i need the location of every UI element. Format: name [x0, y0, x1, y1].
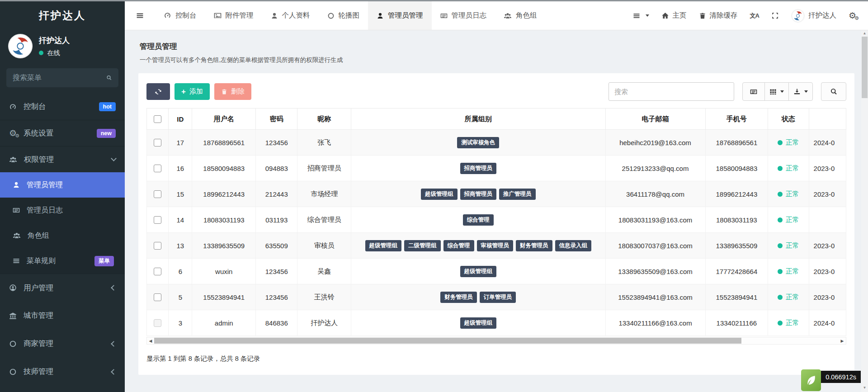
users-icon [504, 12, 512, 19]
row-checkbox[interactable] [154, 139, 161, 146]
sidebar-item-system-settings[interactable]: ⚙⚙ 系统设置 new [0, 120, 125, 146]
sidebar-item-city-management[interactable]: 城市管理 [0, 302, 125, 330]
scroll-right-arrow[interactable]: ▶ [839, 339, 846, 343]
sidebar-item-merchant-management[interactable]: 商家管理 [0, 330, 125, 358]
column-header-status[interactable]: 状态 [768, 109, 809, 130]
sidebar-item-technician-management[interactable]: 技师管理 [0, 358, 125, 386]
table-search-input[interactable] [609, 82, 734, 101]
refresh-button[interactable] [146, 83, 170, 100]
row-select-cell[interactable] [147, 156, 169, 181]
row-select-cell[interactable] [147, 233, 169, 259]
fullscreen-button[interactable] [771, 12, 779, 19]
vertical-scrollbar-thumb[interactable] [862, 37, 868, 98]
row-checkbox[interactable] [154, 268, 161, 275]
column-header-phone[interactable]: 手机号 [705, 109, 768, 130]
cell-username: 18580094883 [192, 156, 256, 181]
table-row: 1618580094883094883招商管理员招商管理员2512913233@… [147, 156, 846, 181]
tab-admin-log[interactable]: 管理员日志 [432, 1, 495, 30]
row-checkbox[interactable] [154, 216, 161, 224]
vertical-scrollbar[interactable]: ▲ ▼ [861, 30, 868, 392]
table-row: 3admin846836扞护达人超级管理组13340211166@163.com… [147, 310, 846, 336]
tab-role-groups[interactable]: 角色组 [495, 1, 546, 30]
cell-password: 031193 [256, 207, 297, 233]
menu-badge: 菜单 [94, 256, 114, 266]
row-checkbox[interactable] [154, 165, 161, 172]
delete-button[interactable]: 删除 [214, 83, 251, 100]
clear-cache-button[interactable]: 清除缓存 [699, 11, 738, 20]
sidebar-item-permissions[interactable]: 权限管理 [0, 146, 125, 172]
row-checkbox[interactable] [154, 293, 161, 301]
add-button[interactable]: + 添加 [175, 83, 210, 100]
cell-email: 13340211166@163.com [605, 310, 705, 336]
column-header-clipped[interactable] [809, 109, 846, 130]
sidebar-search-input[interactable] [13, 74, 106, 82]
cell-status: 正常 [768, 181, 809, 207]
table-row: 1718768896561123456张飞测试审核角色hebeihc2019@1… [147, 130, 846, 156]
status-dot [778, 217, 783, 222]
tab-label: 管理员日志 [452, 11, 487, 20]
sidebar-item-role-groups[interactable]: 角色组 [0, 223, 125, 248]
sidebar-item-menu-rules[interactable]: 菜单规则 菜单 [0, 248, 125, 274]
scroll-up-arrow[interactable]: ▲ [861, 30, 868, 36]
online-status-label: 在线 [47, 49, 60, 57]
scroll-left-arrow[interactable]: ◀ [147, 339, 154, 343]
row-select-cell[interactable] [147, 207, 169, 233]
status-label: 正常 [786, 267, 799, 276]
row-select-cell[interactable] [147, 284, 169, 310]
sidebar-item-admin-log[interactable]: 管理员日志 [0, 198, 125, 223]
tab-attachments[interactable]: 附件管理 [205, 1, 262, 30]
users-icon [13, 232, 21, 239]
row-checkbox[interactable] [154, 319, 161, 327]
plus-icon: + [181, 88, 186, 95]
refresh-icon [155, 88, 162, 95]
horizontal-scrollbar-thumb[interactable] [154, 338, 741, 344]
bars-icon [632, 12, 641, 19]
group-badge: 招商管理员 [460, 163, 497, 174]
column-header-email[interactable]: 电子邮箱 [605, 109, 705, 130]
scroll-down-arrow[interactable]: ▼ [861, 385, 868, 391]
user-avatar [791, 9, 805, 23]
sidebar-item-user-management[interactable]: 用户管理 [0, 274, 125, 302]
select-all-checkbox[interactable] [154, 115, 161, 123]
tab-dashboard[interactable]: 控制台 [155, 1, 205, 30]
bars-icon [13, 257, 20, 264]
cell-email: 15523894941@163.com [605, 284, 705, 310]
language-switch-button[interactable]: 文A [750, 12, 759, 20]
sidebar-item-label: 权限管理 [24, 155, 54, 165]
horizontal-scrollbar[interactable]: ◀ ▶ [146, 337, 846, 345]
home-button[interactable]: 主页 [661, 11, 687, 20]
user-menu[interactable]: 扞护达人 [791, 9, 836, 23]
cell-groups: 招商管理员 [351, 156, 606, 181]
list-icon [13, 207, 20, 214]
export-button[interactable] [788, 82, 813, 101]
tab-carousel[interactable]: 轮播图 [319, 1, 368, 30]
sidebar-item-admin-management[interactable]: 管理员管理 [0, 172, 125, 198]
column-header-groups[interactable]: 所属组别 [351, 109, 606, 130]
status-dot [778, 140, 783, 145]
advanced-search-button[interactable] [821, 82, 846, 101]
sidebar-search[interactable] [6, 68, 118, 87]
group-badge: 招商管理员 [460, 189, 497, 200]
row-checkbox[interactable] [154, 190, 161, 198]
columns-button[interactable] [764, 82, 789, 101]
tab-list-dropdown[interactable] [632, 12, 649, 19]
row-select-cell[interactable] [147, 181, 169, 207]
column-header-id[interactable]: ID [169, 109, 192, 130]
trace-toggle-button[interactable] [801, 369, 821, 391]
status-label: 正常 [786, 241, 799, 250]
select-all-header[interactable] [147, 109, 169, 130]
column-header-password[interactable]: 密码 [256, 109, 297, 130]
tab-admin-management[interactable]: 管理员管理 [368, 1, 432, 30]
tab-profile[interactable]: 个人资料 [262, 1, 319, 30]
columns-grid-icon [769, 88, 777, 95]
sidebar-toggle-button[interactable] [125, 1, 155, 30]
row-select-cell[interactable] [147, 259, 169, 284]
column-header-username[interactable]: 用户名 [192, 109, 256, 130]
row-checkbox[interactable] [154, 242, 161, 250]
sidebar-item-dashboard[interactable]: 控制台 hot [0, 94, 125, 120]
settings-button[interactable]: ⚙⚙ [849, 11, 856, 20]
row-select-cell[interactable] [147, 130, 169, 156]
toggle-view-button[interactable] [742, 82, 765, 101]
column-header-nickname[interactable]: 昵称 [297, 109, 351, 130]
row-select-cell[interactable] [147, 310, 169, 336]
